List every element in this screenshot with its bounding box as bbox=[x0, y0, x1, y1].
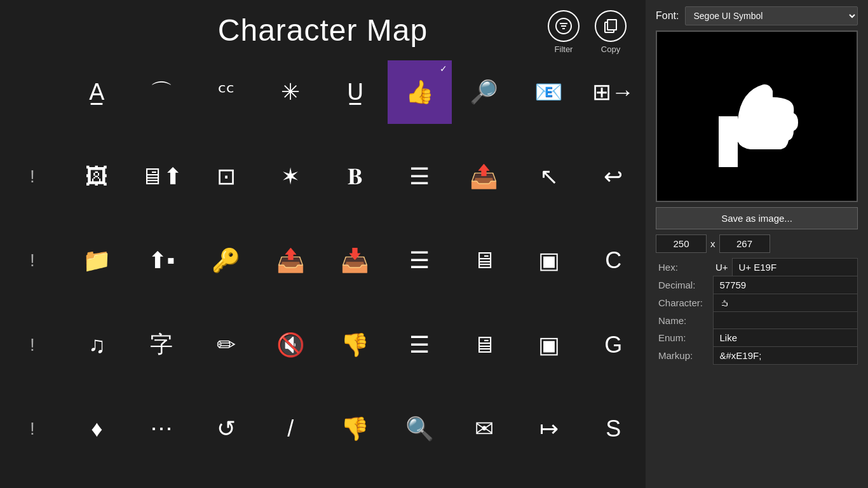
char-symbol: ⊞→ bbox=[592, 79, 634, 105]
width-input[interactable] bbox=[656, 234, 707, 253]
filter-button[interactable]: Filter bbox=[548, 10, 580, 54]
char-symbol: 🔍 bbox=[405, 416, 434, 442]
char-cell-4-7[interactable]: ↦ bbox=[517, 397, 581, 461]
char-symbol: 📤 bbox=[470, 163, 498, 190]
char-symbol: A̲ bbox=[89, 79, 105, 105]
hex-row: Hex: U+ U+ E19F bbox=[656, 259, 858, 276]
char-symbol: ⬆▪ bbox=[148, 247, 175, 274]
char-symbol: ↖ bbox=[539, 163, 559, 190]
char-cell-2-1[interactable]: ⬆▪ bbox=[129, 229, 194, 292]
char-symbol: ↦ bbox=[539, 416, 559, 442]
char-cell-0-8[interactable]: ⊞→ bbox=[581, 60, 646, 124]
decimal-row: Decimal: 57759 bbox=[656, 276, 858, 294]
char-cell-3-7[interactable]: ▣ bbox=[517, 313, 581, 377]
dimension-x-label: x bbox=[710, 238, 715, 249]
enum-label: Enum: bbox=[656, 329, 713, 347]
char-cell-4-8[interactable]: S bbox=[581, 397, 646, 461]
copy-icon bbox=[595, 10, 627, 42]
char-symbol: 👎 bbox=[341, 332, 369, 358]
character-label: Character: bbox=[656, 294, 713, 312]
char-cell-0-5[interactable]: 👍 bbox=[388, 60, 452, 124]
save-as-image-button[interactable]: Save as image... bbox=[656, 207, 858, 229]
markup-row: Markup: &#xE19F; bbox=[656, 347, 858, 365]
char-symbol: ▣ bbox=[538, 247, 560, 274]
char-cell-1-3[interactable]: ✶ bbox=[258, 145, 323, 208]
char-cell-3-8[interactable]: G bbox=[581, 313, 646, 377]
char-symbol: ⋯ bbox=[150, 416, 173, 442]
char-cell-4-2[interactable]: ↺ bbox=[194, 397, 259, 461]
preview-thumbs-up-icon bbox=[681, 40, 833, 193]
char-symbol: 字 bbox=[150, 329, 173, 360]
edge-indicator-1: ! bbox=[0, 145, 65, 208]
char-cell-1-6[interactable]: 📤 bbox=[452, 145, 517, 208]
char-cell-1-1[interactable]: 🖥⬆ bbox=[129, 145, 194, 208]
character-row: Character: 🖒 bbox=[656, 294, 858, 312]
char-cell-3-2[interactable]: ✏ bbox=[194, 313, 259, 377]
character-grid: A̲⌒ᶜᶜ✳U̲👍🔎📧⊞→!🖼🖥⬆⊡✶𝐁☰📤↖↩!📁⬆▪🔑📤📥☰🖥▣C!♫字✏🔇… bbox=[0, 54, 646, 488]
char-cell-0-7[interactable]: 📧 bbox=[517, 60, 581, 124]
char-symbol: ♫ bbox=[88, 332, 105, 358]
char-cell-2-2[interactable]: 🔑 bbox=[194, 229, 259, 292]
char-cell-4-0[interactable]: ♦ bbox=[65, 397, 130, 461]
char-cell-0-0[interactable]: A̲ bbox=[65, 60, 130, 124]
font-select[interactable]: Segoe UI SymbolArialTimes New RomanWingd… bbox=[685, 6, 858, 25]
char-symbol: 🖼 bbox=[85, 163, 108, 190]
char-symbol: ♦ bbox=[91, 416, 102, 442]
char-cell-4-3[interactable]: / bbox=[258, 397, 323, 461]
height-input[interactable] bbox=[719, 234, 770, 253]
markup-label: Markup: bbox=[656, 347, 713, 365]
char-symbol: ⌒ bbox=[150, 77, 173, 108]
char-cell-2-5[interactable]: ☰ bbox=[388, 229, 452, 292]
char-symbol: ✏ bbox=[217, 332, 236, 358]
copy-label: Copy bbox=[601, 44, 620, 54]
char-cell-1-8[interactable]: ↩ bbox=[581, 145, 646, 208]
char-cell-4-5[interactable]: 🔍 bbox=[388, 397, 452, 461]
char-symbol: ᶜᶜ bbox=[218, 79, 234, 105]
char-symbol: ↩ bbox=[604, 163, 623, 190]
char-cell-2-7[interactable]: ▣ bbox=[517, 229, 581, 292]
char-symbol: / bbox=[287, 416, 294, 442]
char-cell-3-5[interactable]: ☰ bbox=[388, 313, 452, 377]
title-bar: Character Map Filter bbox=[0, 0, 646, 54]
name-value bbox=[713, 312, 858, 329]
edge-indicator-2: ! bbox=[0, 229, 65, 292]
char-symbol: ▣ bbox=[538, 332, 560, 358]
char-cell-0-3[interactable]: ✳ bbox=[258, 60, 323, 124]
char-symbol: ☰ bbox=[409, 332, 430, 358]
char-cell-1-5[interactable]: ☰ bbox=[388, 145, 452, 208]
char-cell-2-4[interactable]: 📥 bbox=[323, 229, 388, 292]
char-symbol: 📧 bbox=[534, 79, 563, 105]
char-symbol: ☰ bbox=[409, 163, 430, 190]
char-cell-3-3[interactable]: 🔇 bbox=[258, 313, 323, 377]
char-cell-0-2[interactable]: ᶜᶜ bbox=[194, 60, 259, 124]
char-symbol: ☰ bbox=[409, 247, 430, 274]
char-cell-0-1[interactable]: ⌒ bbox=[129, 60, 194, 124]
char-cell-1-0[interactable]: 🖼 bbox=[65, 145, 130, 208]
char-cell-2-0[interactable]: 📁 bbox=[65, 229, 130, 292]
filter-icon bbox=[548, 10, 580, 42]
char-cell-4-1[interactable]: ⋯ bbox=[129, 397, 194, 461]
char-cell-3-1[interactable]: 字 bbox=[129, 313, 194, 377]
char-cell-1-7[interactable]: ↖ bbox=[517, 145, 581, 208]
dimension-row: x bbox=[656, 234, 858, 253]
left-panel: Character Map Filter bbox=[0, 0, 646, 488]
char-cell-2-3[interactable]: 📤 bbox=[258, 229, 323, 292]
char-cell-1-4[interactable]: 𝐁 bbox=[323, 145, 388, 208]
char-cell-0-4[interactable]: U̲ bbox=[323, 60, 388, 124]
char-info-table: Hex: U+ U+ E19F Decimal: 57759 Character… bbox=[656, 258, 858, 365]
char-cell-2-6[interactable]: 🖥 bbox=[452, 229, 517, 292]
char-cell-0-6[interactable]: 🔎 bbox=[452, 60, 517, 124]
char-symbol: G bbox=[604, 332, 622, 358]
name-row: Name: bbox=[656, 312, 858, 329]
char-cell-3-0[interactable]: ♫ bbox=[65, 313, 130, 377]
char-cell-4-4[interactable]: 👎 bbox=[323, 397, 388, 461]
char-cell-3-4[interactable]: 👎 bbox=[323, 313, 388, 377]
copy-button[interactable]: Copy bbox=[595, 10, 627, 54]
char-symbol: ✳ bbox=[281, 79, 300, 105]
char-cell-3-6[interactable]: 🖥 bbox=[452, 313, 517, 377]
markup-value: &#xE19F; bbox=[713, 347, 858, 365]
svg-rect-5 bbox=[607, 20, 616, 30]
char-cell-2-8[interactable]: C bbox=[581, 229, 646, 292]
char-cell-4-6[interactable]: ✉ bbox=[452, 397, 517, 461]
char-cell-1-2[interactable]: ⊡ bbox=[194, 145, 259, 208]
